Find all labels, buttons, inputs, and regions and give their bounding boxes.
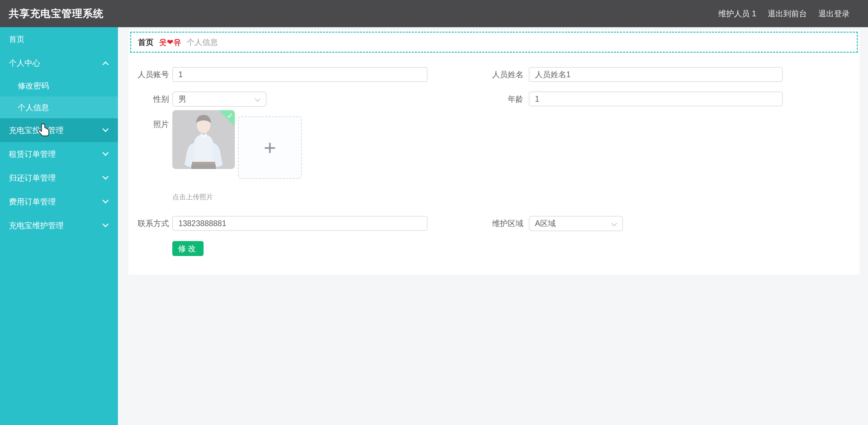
upload-hint-text: 点击上传照片 <box>172 192 213 202</box>
chevron-up-icon <box>102 61 108 67</box>
account-label: 人员账号 <box>128 67 169 82</box>
name-input[interactable] <box>529 67 783 82</box>
phone-input[interactable] <box>172 216 428 231</box>
top-header: 共享充电宝管理系统 维护人员 1 退出到前台 退出登录 <box>0 0 868 27</box>
chevron-down-icon <box>102 126 108 132</box>
app-title: 共享充电宝管理系统 <box>0 7 104 21</box>
current-user-link[interactable]: 维护人员 1 <box>718 8 756 19</box>
chevron-down-icon <box>611 221 617 226</box>
header-actions: 维护人员 1 退出到前台 退出登录 <box>707 8 868 19</box>
sidebar-item-powerbank-maintenance[interactable]: 充电宝维护管理 <box>0 214 118 237</box>
breadcrumb-current: 个人信息 <box>187 37 218 48</box>
age-input[interactable] <box>529 91 783 106</box>
area-select[interactable]: A区域 <box>529 216 623 231</box>
sidebar-item-label: 租赁订单管理 <box>9 149 103 159</box>
sidebar-item-change-password[interactable]: 修改密码 <box>0 75 118 97</box>
sidebar-item-label: 首页 <box>9 34 108 45</box>
sidebar-item-return-orders[interactable]: 归还订单管理 <box>0 166 118 190</box>
plus-icon: + <box>264 137 276 158</box>
gender-label: 性别 <box>128 91 169 106</box>
logout-link[interactable]: 退出登录 <box>818 8 850 19</box>
area-label: 维护区域 <box>455 216 523 231</box>
sidebar-item-home[interactable]: 首页 <box>0 27 118 51</box>
chevron-down-icon <box>102 173 108 180</box>
breadcrumb-home-link[interactable]: 首页 <box>138 37 154 48</box>
sidebar-item-fee-orders[interactable]: 费用订单管理 <box>0 190 118 214</box>
sidebar-item-label: 费用订单管理 <box>9 197 103 207</box>
sidebar-item-powerbank-deploy[interactable]: 充电宝投放管理 <box>0 118 118 142</box>
gender-select[interactable]: 男 <box>172 91 266 107</box>
chevron-down-icon <box>102 221 108 227</box>
mouse-cursor <box>37 123 51 139</box>
area-select-value: A区域 <box>535 218 556 229</box>
phone-label: 联系方式 <box>128 216 169 231</box>
sidebar-item-personal-info[interactable]: 个人信息 <box>0 97 118 118</box>
account-input[interactable] <box>172 67 428 82</box>
check-icon: ✓ <box>227 112 233 120</box>
uploaded-photo-thumbnail[interactable]: ✓ <box>172 110 235 169</box>
photo-upload-dropzone[interactable]: + <box>238 116 302 179</box>
sidebar-item-label: 修改密码 <box>18 81 49 91</box>
photo-label: 照片 <box>128 117 169 132</box>
age-label: 年龄 <box>455 91 523 106</box>
exit-to-frontend-link[interactable]: 退出到前台 <box>768 8 807 19</box>
sidebar-item-label: 个人信息 <box>18 102 49 113</box>
sidebar-item-personal-center[interactable]: 个人中心 <box>0 51 118 75</box>
name-label: 人员姓名 <box>455 67 523 82</box>
breadcrumb-separator: 웃❤유 <box>159 37 181 48</box>
modify-button[interactable]: 修改 <box>172 241 204 256</box>
sidebar-item-label: 充电宝维护管理 <box>9 220 103 231</box>
chevron-down-icon <box>255 96 261 102</box>
chevron-down-icon <box>102 150 108 156</box>
chevron-down-icon <box>102 197 108 203</box>
sidebar-item-label: 充电宝投放管理 <box>9 125 103 136</box>
sidebar: 首页 个人中心 修改密码 个人信息 充电宝投放管理 租赁订单管理 归还订单管理 … <box>0 27 118 425</box>
breadcrumb: 首页 웃❤유 个人信息 <box>130 32 858 53</box>
gender-select-value: 男 <box>178 94 186 104</box>
sidebar-item-label: 个人中心 <box>9 58 103 68</box>
sidebar-item-label: 归还订单管理 <box>9 173 103 183</box>
sidebar-item-rental-orders[interactable]: 租赁订单管理 <box>0 142 118 166</box>
content-card: 首页 웃❤유 个人信息 人员账号 人员姓名 性别 男 年龄 照片 ✓ + 点击上 <box>128 30 860 275</box>
